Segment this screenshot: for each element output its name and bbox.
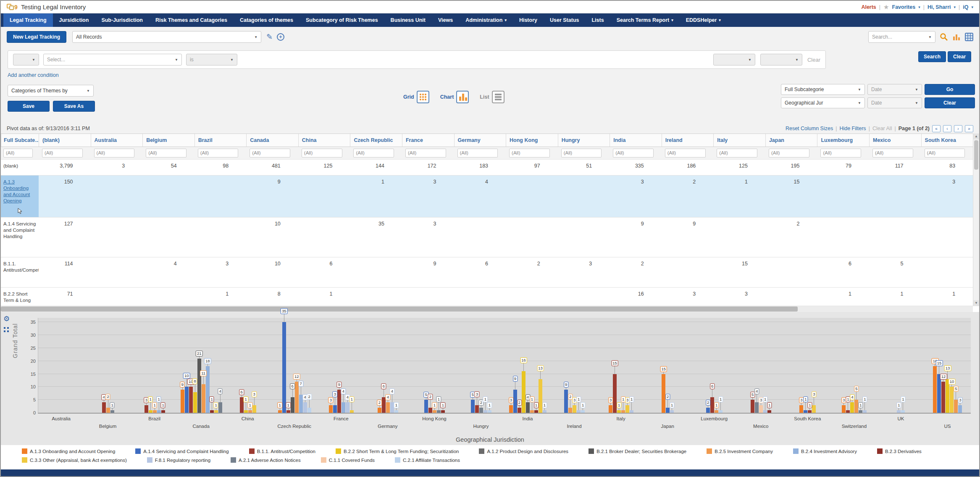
prev-page-button[interactable]: ‹ xyxy=(943,125,951,132)
table-row[interactable]: B.1.1. Antitrust/Compet11443106962321565 xyxy=(1,257,973,288)
column-header-south-korea[interactable]: South Korea xyxy=(921,134,973,147)
nav-item-sub-jurisdiction[interactable]: Sub-Jurisdiction xyxy=(95,13,149,27)
column-filter-dropdown[interactable]: (All) xyxy=(42,149,83,157)
nav-item-search-terms-report[interactable]: Search Terms Report▾ xyxy=(610,13,680,27)
column-filter-dropdown[interactable]: (All) xyxy=(769,149,809,157)
nav-item-subcategory-of-risk-themes[interactable]: Subcategory of Risk Themes xyxy=(300,13,384,27)
add-condition-link[interactable]: Add another condition xyxy=(8,72,59,78)
row-label[interactable]: A.1.3 Onboarding and Account Opening xyxy=(1,176,39,217)
column-header-india[interactable]: India xyxy=(610,134,662,147)
column-filter-dropdown[interactable]: (All) xyxy=(250,149,290,157)
nav-item-business-unit[interactable]: Business Unit xyxy=(384,13,432,27)
column-filter-dropdown[interactable]: (All) xyxy=(94,149,135,157)
new-legal-tracking-button[interactable]: New Legal Tracking xyxy=(7,31,66,43)
iq-menu[interactable]: iQ xyxy=(963,4,968,10)
column-filter-dropdown[interactable]: (All) xyxy=(561,149,602,157)
search-dropdown[interactable]: Search... ▼ xyxy=(868,31,935,43)
column-date-dropdown[interactable]: Date ▼ xyxy=(867,97,922,108)
vertical-scrollbar[interactable]: ▲ ▼ xyxy=(973,134,979,306)
pivot-clear-button[interactable]: Clear xyxy=(925,97,975,108)
bottom-scrollbar[interactable] xyxy=(1,469,979,476)
scroll-up-icon[interactable]: ▲ xyxy=(973,134,979,139)
hide-filters-link[interactable]: Hide Filters xyxy=(839,126,866,131)
next-page-button[interactable]: › xyxy=(954,125,962,132)
nav-item-user-status[interactable]: User Status xyxy=(544,13,585,27)
user-menu[interactable]: Hi, Sharri xyxy=(927,4,951,10)
nav-item-risk-themes-and-catagories[interactable]: Risk Themes and Catagories xyxy=(149,13,234,27)
nav-item-eddshelper[interactable]: EDDSHelper▾ xyxy=(680,13,727,27)
column-header-luxembourg[interactable]: Luxembourg xyxy=(817,134,869,147)
horizontal-scrollbar[interactable] xyxy=(1,306,973,312)
chart-settings-gear-icon[interactable]: ⚙ xyxy=(3,315,10,323)
nav-item-catagories-of-themes[interactable]: Catagories of themes xyxy=(234,13,300,27)
column-header-australia[interactable]: Australia xyxy=(91,134,143,147)
save-as-button[interactable]: Save As xyxy=(53,101,95,112)
nav-item-views[interactable]: Views xyxy=(432,13,459,27)
add-view-icon[interactable]: + xyxy=(277,33,284,41)
grid-toggle[interactable]: Grid xyxy=(403,91,429,103)
column-header-france[interactable]: France xyxy=(402,134,454,147)
row-date-dropdown[interactable]: Date ▼ xyxy=(867,84,922,95)
chart-toggle[interactable]: Chart xyxy=(440,91,469,103)
column-header-germany[interactable]: Germany xyxy=(454,134,506,147)
nav-item-legal-tracking[interactable]: Legal Tracking xyxy=(3,13,53,27)
column-header-blank[interactable]: (blank) xyxy=(39,134,91,147)
column-header-hong-kong[interactable]: Hong Kong xyxy=(506,134,558,147)
column-filter-dropdown[interactable]: (All) xyxy=(820,149,861,157)
column-filter-dropdown[interactable]: (All) xyxy=(353,149,394,157)
condition-conjunction-dropdown[interactable]: ▼ xyxy=(13,54,39,66)
column-header-italy[interactable]: Italy xyxy=(713,134,765,147)
condition-operator-dropdown[interactable]: is ▼ xyxy=(186,54,237,66)
grid-view-icon[interactable] xyxy=(965,33,973,41)
alerts-link[interactable]: Alerts xyxy=(861,4,876,10)
column-filter-dropdown[interactable]: (All) xyxy=(198,149,239,157)
save-button[interactable]: Save xyxy=(8,101,50,112)
column-filter-dropdown[interactable]: (All) xyxy=(613,149,654,157)
search-button[interactable]: Search xyxy=(918,51,946,62)
search-icon[interactable] xyxy=(940,33,948,41)
column-filter-dropdown[interactable]: (All) xyxy=(3,149,33,157)
column-filter-dropdown[interactable]: (All) xyxy=(925,149,965,157)
column-filter-dropdown[interactable]: (All) xyxy=(457,149,498,157)
last-page-button[interactable]: » xyxy=(965,125,973,132)
edit-view-icon[interactable]: ✎ xyxy=(266,32,273,42)
scroll-down-icon[interactable]: ▼ xyxy=(973,300,979,306)
column-header-japan[interactable]: Japan xyxy=(765,134,817,147)
chart-marker-icon[interactable] xyxy=(3,327,9,333)
table-row[interactable]: A.1.3 Onboarding and Account Opening1509… xyxy=(1,176,973,218)
column-header-brazil[interactable]: Brazil xyxy=(194,134,247,147)
column-header-hungry[interactable]: Hungry xyxy=(558,134,610,147)
column-field-dropdown[interactable]: Geographical Jur ▼ xyxy=(781,97,865,108)
column-filter-dropdown[interactable]: (All) xyxy=(405,149,446,157)
first-page-button[interactable]: « xyxy=(932,125,941,132)
table-row[interactable]: B.2.2 Short Term & Long711811633111 xyxy=(1,288,973,306)
records-dropdown[interactable]: All Records ▼ xyxy=(72,31,261,43)
condition-clear-link[interactable]: Clear xyxy=(807,57,820,63)
clear-button[interactable]: Clear xyxy=(948,51,971,62)
go-button[interactable]: Go xyxy=(925,84,975,95)
group-by-dropdown[interactable]: Categories of Themes by ▼ xyxy=(8,85,94,97)
condition-field-dropdown[interactable]: Select... ▼ xyxy=(43,54,182,66)
chart-view-icon[interactable] xyxy=(952,33,961,41)
column-header-czech-republic[interactable]: Czech Republic xyxy=(350,134,402,147)
column-header-ireland[interactable]: Ireland xyxy=(662,134,714,147)
table-row[interactable]: A.1.4 Servicing and Complaint Handling12… xyxy=(1,218,973,257)
column-header-full-subcate[interactable]: Full Subcate… xyxy=(1,134,39,147)
clear-all-link[interactable]: Clear All xyxy=(872,126,892,131)
column-header-mexico[interactable]: Mexico xyxy=(869,134,921,147)
reset-column-sizes-link[interactable]: Reset Column Sizes xyxy=(786,126,833,131)
column-filter-dropdown[interactable]: (All) xyxy=(302,149,342,157)
column-filter-dropdown[interactable]: (All) xyxy=(509,149,550,157)
row-link[interactable]: A.1.3 Onboarding and Account Opening xyxy=(3,179,30,203)
column-header-china[interactable]: China xyxy=(298,134,350,147)
column-header-belgium[interactable]: Belgium xyxy=(142,134,194,147)
column-header-canada[interactable]: Canada xyxy=(246,134,298,147)
nav-item-lists[interactable]: Lists xyxy=(585,13,610,27)
column-filter-dropdown[interactable]: (All) xyxy=(872,149,913,157)
nav-item-history[interactable]: History xyxy=(513,13,544,27)
nav-item-jursidiction[interactable]: Jursidiction xyxy=(53,13,95,27)
column-filter-dropdown[interactable]: (All) xyxy=(717,149,757,157)
favorites-star-icon[interactable]: ★ xyxy=(883,3,889,11)
condition-value1-dropdown[interactable]: ▼ xyxy=(713,54,755,66)
column-filter-dropdown[interactable]: (All) xyxy=(665,149,706,157)
